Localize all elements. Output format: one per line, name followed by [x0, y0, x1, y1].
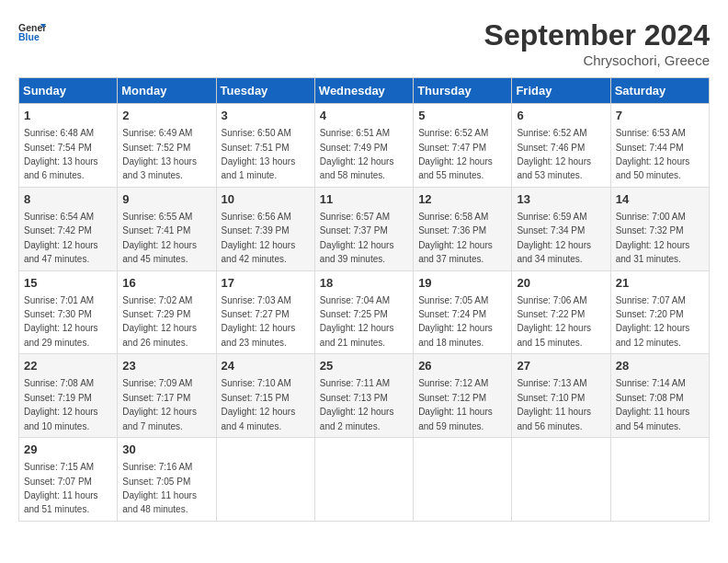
day-number: 4	[320, 108, 408, 124]
sunrise-text: Sunrise: 6:58 AM	[418, 212, 488, 222]
table-row: 13Sunrise: 6:59 AMSunset: 7:34 PMDayligh…	[512, 187, 610, 270]
col-monday: Monday	[118, 78, 216, 104]
daylight-text: Daylight: 11 hours and 59 minutes.	[418, 407, 493, 431]
table-row: 22Sunrise: 7:08 AMSunset: 7:19 PMDayligh…	[19, 354, 118, 438]
table-row: 24Sunrise: 7:10 AMSunset: 7:15 PMDayligh…	[216, 354, 314, 438]
daylight-text: Daylight: 12 hours and 15 minutes.	[517, 323, 591, 347]
daylight-text: Daylight: 12 hours and 18 minutes.	[418, 323, 493, 347]
daylight-text: Daylight: 12 hours and 39 minutes.	[320, 240, 394, 264]
sunset-text: Sunset: 7:36 PM	[418, 225, 486, 236]
table-row: 29Sunrise: 7:15 AMSunset: 7:07 PMDayligh…	[19, 438, 118, 522]
table-row: 15Sunrise: 7:01 AMSunset: 7:30 PMDayligh…	[19, 270, 118, 354]
sunrise-text: Sunrise: 7:11 AM	[320, 378, 390, 388]
daylight-text: Daylight: 12 hours and 37 minutes.	[418, 240, 493, 264]
day-number: 21	[616, 275, 704, 292]
day-number: 15	[24, 275, 112, 292]
sunset-text: Sunset: 7:49 PM	[320, 143, 388, 153]
sunset-text: Sunset: 7:54 PM	[24, 143, 92, 153]
day-number: 28	[616, 358, 704, 374]
daylight-text: Daylight: 12 hours and 53 minutes.	[517, 156, 591, 180]
day-number: 22	[24, 358, 112, 374]
logo: General Blue	[18, 18, 46, 46]
location: Chrysochori, Greece	[484, 52, 710, 68]
sunset-text: Sunset: 7:39 PM	[222, 225, 290, 236]
header-row: Sunday Monday Tuesday Wednesday Thursday…	[19, 78, 710, 104]
table-row: 26Sunrise: 7:12 AMSunset: 7:12 PMDayligh…	[414, 354, 512, 438]
day-number: 9	[122, 191, 210, 208]
table-row	[512, 438, 610, 522]
sunset-text: Sunset: 7:42 PM	[24, 225, 92, 236]
daylight-text: Daylight: 12 hours and 21 minutes.	[320, 323, 394, 347]
daylight-text: Daylight: 11 hours and 48 minutes.	[122, 490, 197, 514]
table-row: 3Sunrise: 6:50 AMSunset: 7:51 PMDaylight…	[216, 104, 314, 188]
sunset-text: Sunset: 7:22 PM	[517, 309, 585, 319]
sunset-text: Sunset: 7:25 PM	[320, 309, 388, 319]
logo-icon: General Blue	[18, 18, 46, 46]
sunrise-text: Sunrise: 6:59 AM	[517, 212, 586, 222]
page-header: General Blue September 2024 Chrysochori,…	[18, 18, 710, 68]
daylight-text: Daylight: 12 hours and 29 minutes.	[24, 323, 98, 347]
daylight-text: Daylight: 13 hours and 6 minutes.	[24, 156, 98, 180]
month-title: September 2024	[484, 18, 710, 52]
calendar-row: 8Sunrise: 6:54 AMSunset: 7:42 PMDaylight…	[19, 187, 710, 270]
col-thursday: Thursday	[414, 78, 512, 104]
sunset-text: Sunset: 7:12 PM	[418, 393, 486, 403]
sunrise-text: Sunrise: 7:00 AM	[616, 212, 686, 222]
col-wednesday: Wednesday	[314, 78, 413, 104]
day-number: 13	[517, 191, 605, 208]
day-number: 11	[320, 191, 408, 208]
calendar-row: 22Sunrise: 7:08 AMSunset: 7:19 PMDayligh…	[19, 354, 710, 438]
daylight-text: Daylight: 12 hours and 34 minutes.	[517, 240, 591, 264]
daylight-text: Daylight: 12 hours and 50 minutes.	[616, 156, 690, 180]
sunrise-text: Sunrise: 6:52 AM	[418, 128, 488, 138]
day-number: 5	[418, 108, 506, 124]
sunset-text: Sunset: 7:08 PM	[616, 393, 684, 403]
table-row: 14Sunrise: 7:00 AMSunset: 7:32 PMDayligh…	[610, 187, 709, 270]
day-number: 1	[24, 108, 112, 124]
daylight-text: Daylight: 12 hours and 31 minutes.	[616, 240, 690, 264]
daylight-text: Daylight: 12 hours and 47 minutes.	[24, 240, 98, 264]
calendar-row: 29Sunrise: 7:15 AMSunset: 7:07 PMDayligh…	[19, 438, 710, 522]
day-number: 25	[320, 358, 408, 374]
sunset-text: Sunset: 7:05 PM	[122, 477, 190, 487]
col-friday: Friday	[512, 78, 610, 104]
sunrise-text: Sunrise: 6:52 AM	[517, 128, 586, 138]
sunrise-text: Sunrise: 7:05 AM	[418, 295, 488, 305]
table-row	[414, 438, 512, 522]
table-row: 17Sunrise: 7:03 AMSunset: 7:27 PMDayligh…	[216, 270, 314, 354]
table-row: 23Sunrise: 7:09 AMSunset: 7:17 PMDayligh…	[118, 354, 216, 438]
table-row: 19Sunrise: 7:05 AMSunset: 7:24 PMDayligh…	[414, 270, 512, 354]
sunset-text: Sunset: 7:51 PM	[222, 143, 290, 153]
daylight-text: Daylight: 12 hours and 2 minutes.	[320, 407, 394, 431]
sunset-text: Sunset: 7:15 PM	[222, 393, 290, 403]
sunset-text: Sunset: 7:34 PM	[517, 225, 585, 236]
sunrise-text: Sunrise: 6:49 AM	[122, 128, 192, 138]
table-row: 21Sunrise: 7:07 AMSunset: 7:20 PMDayligh…	[610, 270, 709, 354]
daylight-text: Daylight: 11 hours and 56 minutes.	[517, 407, 591, 431]
table-row: 11Sunrise: 6:57 AMSunset: 7:37 PMDayligh…	[314, 187, 413, 270]
calendar-row: 1Sunrise: 6:48 AMSunset: 7:54 PMDaylight…	[19, 104, 710, 188]
sunrise-text: Sunrise: 7:15 AM	[24, 462, 94, 472]
sunrise-text: Sunrise: 7:07 AM	[616, 295, 686, 305]
sunrise-text: Sunrise: 6:50 AM	[222, 128, 291, 138]
day-number: 2	[122, 108, 210, 124]
calendar-row: 15Sunrise: 7:01 AMSunset: 7:30 PMDayligh…	[19, 270, 710, 354]
sunrise-text: Sunrise: 7:01 AM	[24, 295, 94, 305]
title-block: September 2024 Chrysochori, Greece	[484, 18, 710, 68]
daylight-text: Daylight: 12 hours and 26 minutes.	[122, 323, 197, 347]
day-number: 18	[320, 275, 408, 292]
table-row	[216, 438, 314, 522]
table-row: 12Sunrise: 6:58 AMSunset: 7:36 PMDayligh…	[414, 187, 512, 270]
day-number: 3	[222, 108, 310, 124]
day-number: 27	[517, 358, 605, 374]
daylight-text: Daylight: 12 hours and 12 minutes.	[616, 323, 690, 347]
daylight-text: Daylight: 12 hours and 7 minutes.	[122, 407, 197, 431]
table-row: 27Sunrise: 7:13 AMSunset: 7:10 PMDayligh…	[512, 354, 610, 438]
day-number: 16	[122, 275, 210, 292]
day-number: 26	[418, 358, 506, 374]
sunrise-text: Sunrise: 7:16 AM	[122, 462, 192, 472]
sunrise-text: Sunrise: 6:57 AM	[320, 212, 390, 222]
daylight-text: Daylight: 13 hours and 3 minutes.	[122, 156, 197, 180]
sunset-text: Sunset: 7:20 PM	[616, 309, 684, 319]
table-row: 5Sunrise: 6:52 AMSunset: 7:47 PMDaylight…	[414, 104, 512, 188]
